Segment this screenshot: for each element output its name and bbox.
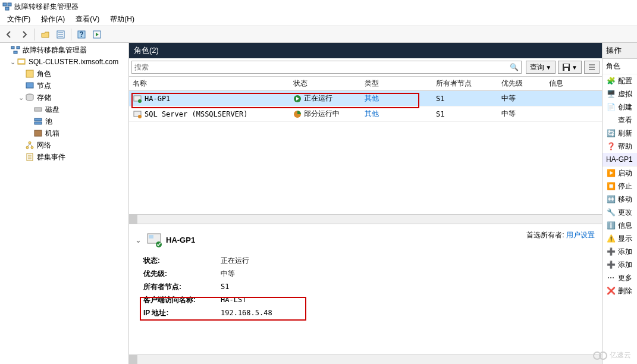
action-add-resource[interactable]: ➕添加 bbox=[603, 245, 637, 258]
tree-roles[interactable]: 角色 bbox=[0, 68, 128, 80]
action-start[interactable]: ▶️启动 bbox=[603, 167, 637, 180]
menu-help[interactable]: 帮助(H) bbox=[105, 13, 139, 26]
info-icon: ℹ️ bbox=[606, 221, 616, 230]
svg-text:?: ? bbox=[79, 30, 83, 39]
add-icon: ➕ bbox=[606, 247, 616, 256]
roles-grid: 名称 状态 类型 所有者节点 优先级 信息 HA-GP1 正在运行 其他 S1 … bbox=[129, 77, 602, 214]
action-change[interactable]: 🔧更改 bbox=[603, 206, 637, 219]
cell-owner: S1 bbox=[432, 110, 498, 118]
svg-rect-1 bbox=[8, 3, 11, 6]
cluster-manager-icon bbox=[11, 45, 20, 55]
col-name[interactable]: 名称 bbox=[129, 79, 290, 89]
action-vm[interactable]: 🖥️虚拟 bbox=[603, 87, 637, 101]
watermark: 亿速云 bbox=[593, 350, 631, 360]
help-button[interactable]: ? bbox=[75, 28, 88, 41]
query-button[interactable]: 查询▼ bbox=[526, 61, 556, 74]
col-status[interactable]: 状态 bbox=[290, 79, 361, 89]
expander-icon[interactable]: ⌄ bbox=[17, 94, 25, 102]
status-partial-icon bbox=[293, 110, 302, 118]
nav-forward-button[interactable] bbox=[18, 28, 31, 41]
disk-icon bbox=[33, 105, 43, 114]
action-help[interactable]: ❓帮助 bbox=[603, 140, 637, 153]
cell-status: 正在运行 bbox=[290, 93, 361, 103]
col-owner[interactable]: 所有者节点 bbox=[432, 79, 498, 89]
action-info[interactable]: ℹ️信息 bbox=[603, 219, 637, 232]
toolbar-separator bbox=[34, 29, 35, 40]
menu-bar: 文件(F) 操作(A) 查看(V) 帮助(H) bbox=[0, 13, 637, 26]
tree-cluster[interactable]: ⌄ SQL-CLUSTER.ixmsoft.com bbox=[0, 56, 128, 68]
more-icon: ⋯ bbox=[606, 273, 616, 283]
svg-rect-18 bbox=[34, 108, 42, 111]
critical-icon: ⚠️ bbox=[606, 234, 616, 243]
horizontal-scrollbar-2[interactable] bbox=[129, 354, 602, 364]
search-input[interactable] bbox=[131, 61, 522, 74]
list-button[interactable] bbox=[584, 61, 600, 74]
svg-rect-31 bbox=[564, 68, 568, 71]
tree-root[interactable]: 故障转移群集管理器 bbox=[0, 44, 128, 56]
collapse-icon[interactable]: ⌄ bbox=[134, 236, 142, 244]
nodes-icon bbox=[25, 81, 34, 90]
run-button[interactable] bbox=[90, 28, 103, 41]
detail-priority: 优先级:中等 bbox=[143, 267, 597, 280]
action-create[interactable]: 📄创建 bbox=[603, 101, 637, 114]
search-bar: 🔍 查询▼ ▼ bbox=[129, 58, 602, 77]
nav-back-button[interactable] bbox=[2, 28, 15, 41]
tree-label: 角色 bbox=[37, 69, 51, 79]
detail-status: 状态:正在运行 bbox=[143, 254, 597, 267]
tree-nodes[interactable]: 节点 bbox=[0, 80, 128, 92]
action-add-storage[interactable]: ➕添加 bbox=[603, 258, 637, 271]
menu-view[interactable]: 查看(V) bbox=[71, 13, 104, 26]
table-row[interactable]: SQL Server (MSSQLSERVER) 部分运行中 其他 S1 中等 bbox=[129, 106, 602, 122]
refresh-icon: 🔄 bbox=[606, 128, 616, 138]
cell-type[interactable]: 其他 bbox=[361, 93, 432, 103]
svg-point-39 bbox=[138, 115, 142, 118]
tree-label: 群集事件 bbox=[37, 152, 65, 162]
properties-button[interactable] bbox=[54, 28, 67, 41]
detail-clientname: 客户端访问名称:HA-LST bbox=[143, 293, 597, 306]
tree-storage[interactable]: ⌄ 存储 bbox=[0, 92, 128, 103]
col-priority[interactable]: 优先级 bbox=[498, 79, 545, 89]
svg-rect-0 bbox=[3, 3, 7, 6]
actions-pane: 操作 角色 🧩配置 🖥️虚拟 📄创建 查看 🔄刷新 ❓帮助 HA-GP1 ▶️启… bbox=[603, 43, 637, 364]
middle-column: 角色(2) 🔍 查询▼ ▼ 名称 状态 类型 所有者节点 优先级 信息 HA-G… bbox=[129, 43, 603, 364]
action-move[interactable]: ↔️移动 bbox=[603, 193, 637, 206]
col-info[interactable]: 信息 bbox=[545, 79, 602, 89]
save-button[interactable]: ▼ bbox=[558, 61, 582, 74]
menu-file[interactable]: 文件(F) bbox=[2, 13, 35, 26]
app-icon bbox=[2, 2, 12, 11]
preferred-owner-link[interactable]: 用户设置 bbox=[566, 231, 595, 239]
tree-disks[interactable]: 磁盘 bbox=[0, 103, 128, 115]
expander-icon[interactable]: ⌄ bbox=[8, 58, 17, 66]
wizard-icon: 🧩 bbox=[606, 76, 616, 86]
action-critical[interactable]: ⚠️显示 bbox=[603, 232, 637, 245]
tree-pools[interactable]: 池 bbox=[0, 115, 128, 127]
cell-type[interactable]: 其他 bbox=[361, 109, 432, 119]
roles-icon bbox=[25, 69, 34, 79]
tree-label: 网络 bbox=[37, 140, 51, 150]
tree-enclosures[interactable]: 机箱 bbox=[0, 127, 128, 139]
tree-networks[interactable]: 网络 bbox=[0, 139, 128, 151]
action-delete[interactable]: ❌删除 bbox=[603, 284, 637, 297]
pool-icon bbox=[33, 117, 43, 126]
actions-section-selected: HA-GP1 bbox=[603, 153, 637, 167]
tree-events[interactable]: 群集事件 bbox=[0, 151, 128, 163]
cluster-icon bbox=[17, 57, 26, 67]
folder-up-button[interactable] bbox=[39, 28, 52, 41]
action-refresh[interactable]: 🔄刷新 bbox=[603, 127, 637, 140]
svg-rect-30 bbox=[564, 64, 569, 67]
tree-label: SQL-CLUSTER.ixmsoft.com bbox=[29, 58, 118, 66]
detail-title: HA-GP1 bbox=[166, 236, 195, 244]
menu-action[interactable]: 操作(A) bbox=[36, 13, 70, 26]
table-row[interactable]: HA-GP1 正在运行 其他 S1 中等 bbox=[129, 91, 602, 106]
horizontal-scrollbar[interactable] bbox=[129, 214, 602, 224]
col-type[interactable]: 类型 bbox=[361, 79, 432, 89]
tree-label: 存储 bbox=[37, 93, 51, 103]
action-configure[interactable]: 🧩配置 bbox=[603, 74, 637, 87]
tree-label: 故障转移群集管理器 bbox=[23, 45, 87, 55]
add-storage-icon: ➕ bbox=[606, 260, 616, 269]
action-more[interactable]: ⋯更多 bbox=[603, 271, 637, 284]
action-view[interactable]: 查看 bbox=[603, 114, 637, 127]
action-stop[interactable]: ⏹️停止 bbox=[603, 180, 637, 193]
search-icon[interactable]: 🔍 bbox=[510, 63, 519, 71]
vm-icon: 🖥️ bbox=[606, 89, 616, 99]
